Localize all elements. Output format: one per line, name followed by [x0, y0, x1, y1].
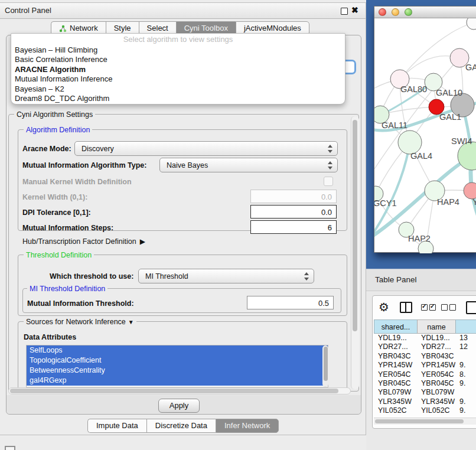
data-attribute-item[interactable]: gal4RGexp: [27, 376, 328, 386]
new-page-icon[interactable]: [466, 301, 476, 314]
settings-vertical-scrollbar[interactable]: [351, 116, 359, 389]
table-cell: YPR145W: [374, 361, 417, 370]
manual-kernel-checkbox[interactable]: [324, 177, 333, 186]
tab-label: Impute Data: [96, 421, 138, 430]
algorithm-option[interactable]: ARACNE Algorithm: [11, 65, 345, 74]
node-gal4[interactable]: [398, 131, 422, 154]
screen: GALGAL80GAL10GAL1GAL11SWI4GAL4GCY1HAP4YH…: [0, 0, 476, 450]
algorithm-option[interactable]: Bayesian – Hill Climbing: [11, 45, 345, 55]
algorithm-option[interactable]: Dream8 DC_TDC Algorithm: [11, 94, 345, 103]
dpi-tolerance-input[interactable]: 0.0: [250, 205, 337, 219]
table-cell: 12: [455, 343, 476, 351]
node-pink-right[interactable]: [464, 182, 476, 199]
attributes-vertical-scrollbar[interactable]: [322, 345, 328, 387]
table-panel-window: Table Panel ⚙ shared...name YDL19...YDL1…: [366, 269, 476, 450]
column-header[interactable]: [455, 319, 476, 334]
network-icon: [59, 25, 67, 32]
spinner-arrows-icon: [327, 144, 332, 154]
close-traffic-light-icon[interactable]: [379, 8, 386, 16]
table-cell: YDR27...: [374, 343, 417, 351]
table-row[interactable]: YDR27...YDR27...12: [374, 343, 476, 351]
data-attribute-item[interactable]: SelfLoops: [27, 345, 328, 356]
table-cell: YDL19...: [417, 334, 455, 343]
network-node-label: GAL80: [400, 84, 427, 94]
minimize-traffic-light-icon[interactable]: [392, 8, 399, 16]
table-row[interactable]: YBL079WYBL079W: [374, 388, 476, 397]
table-cell: [455, 352, 476, 361]
table-row[interactable]: YER054CYER054C8.: [374, 370, 476, 379]
tab-impute-data[interactable]: Impute Data: [87, 419, 146, 433]
algorithm-option[interactable]: Bayesian – K2: [11, 84, 345, 94]
node-top-clipped[interactable]: [467, 18, 476, 30]
table-row[interactable]: YLR345WYLR345W9.: [374, 397, 476, 406]
expanded-arrow-icon: ▼: [128, 319, 134, 325]
tab-infer-network[interactable]: Infer Network: [216, 419, 279, 433]
float-window-icon[interactable]: [341, 8, 348, 15]
table-row[interactable]: YDL19...YDL19...13: [374, 334, 476, 343]
node-swi4[interactable]: [458, 142, 476, 170]
data-attribute-item[interactable]: BetweennessCentrality: [27, 366, 328, 376]
algorithm-option[interactable]: Basic Correlation Inference: [11, 55, 345, 64]
network-node-label: HAP4: [437, 197, 459, 207]
table-body: YDL19...YDL19...13YDR27...YDR27...12YBR0…: [374, 334, 476, 416]
table-cell: YDL19...: [374, 334, 417, 343]
table-row[interactable]: YBR045CYBR045C9.: [374, 379, 476, 388]
data-attribute-item[interactable]: TopologicalCoefficient: [27, 356, 328, 366]
aracne-mode-select[interactable]: Discovery: [74, 141, 338, 156]
algorithm-option[interactable]: Mutual Information Inference: [11, 74, 345, 84]
scrollbar-thumb[interactable]: [353, 120, 357, 331]
kernel-width-input[interactable]: 0.0: [250, 190, 337, 203]
which-threshold-select[interactable]: MI Threshold: [138, 269, 314, 283]
table-horizontal-scrollbar[interactable]: [374, 418, 476, 425]
which-threshold-value: MI Threshold: [145, 272, 188, 281]
algorithm-definition-title: Algorithm Definition: [24, 126, 92, 134]
data-attributes-list[interactable]: SelfLoopsTopologicalCoefficientBetweenne…: [26, 345, 328, 387]
table-row[interactable]: YPR145WYPR145W9.: [374, 361, 476, 370]
network-node-label: GAL10: [436, 88, 462, 97]
mi-type-label: Mutual Information Algorithm Type:: [22, 161, 146, 169]
network-window-titlebar[interactable]: [374, 6, 476, 18]
checkbox-unchecked-icon[interactable]: [449, 304, 456, 311]
sources-title-label: Sources for Network Inference: [26, 318, 126, 326]
table-row[interactable]: YIL052CYIL052C9.: [374, 406, 476, 415]
table-cell: 8.: [455, 370, 476, 379]
close-icon[interactable]: ✖: [351, 5, 358, 15]
network-node-label: GAL11: [382, 120, 407, 130]
network-node-label: Y: [472, 197, 476, 207]
tab-discretize-data[interactable]: Discretize Data: [146, 419, 216, 433]
column-header[interactable]: shared...: [374, 319, 417, 334]
column-header[interactable]: name: [417, 319, 455, 334]
split-columns-icon[interactable]: [400, 302, 412, 313]
scrollbar-thumb[interactable]: [10, 389, 338, 393]
network-node-label: GCY1: [374, 198, 397, 208]
hub-definition-label: Hub/Transcription Factor Definition: [22, 237, 136, 246]
scrollbar-thumb[interactable]: [375, 419, 464, 423]
network-view-window[interactable]: GALGAL80GAL10GAL1GAL11SWI4GAL4GCY1HAP4YH…: [374, 6, 476, 253]
table-panel-title: Table Panel: [375, 275, 417, 284]
apply-button[interactable]: Apply: [158, 399, 200, 413]
spinner-arrows-icon: [327, 161, 332, 170]
table-card: ⚙ shared...name YDL19...YDL19...13YDR27.…: [372, 295, 476, 429]
table-cell: YER054C: [417, 370, 455, 379]
zoom-traffic-light-icon[interactable]: [405, 8, 412, 16]
hub-definition-toggle[interactable]: Hub/Transcription Factor Definition▶: [22, 237, 145, 246]
aracne-mode-value: Discovery: [81, 145, 114, 153]
kernel-width-label: Kernel Width (0,1):: [22, 193, 87, 201]
mi-type-select[interactable]: Naive Bayes: [159, 158, 338, 172]
checkbox-checked-icon[interactable]: [421, 304, 428, 311]
settings-group-title: Cyni Algorithm Settings: [14, 110, 95, 119]
mi-steps-input[interactable]: 6: [250, 220, 337, 234]
control-panel-window: Control Panel ✖ Network Style Select Cyn…: [0, 2, 366, 435]
checkbox-checked-icon[interactable]: [429, 304, 436, 311]
table-cell: YIL052C: [417, 406, 455, 415]
checkbox-unchecked-icon[interactable]: [441, 304, 448, 311]
mi-threshold-input[interactable]: 0.5: [247, 296, 334, 309]
minimized-panel-button[interactable]: [5, 446, 15, 450]
scrollbar-thumb[interactable]: [324, 347, 328, 381]
gear-icon[interactable]: ⚙: [379, 300, 389, 314]
table-cell: YIL052C: [374, 406, 417, 415]
settings-horizontal-scrollbar[interactable]: [8, 387, 351, 394]
network-canvas[interactable]: GALGAL80GAL10GAL1GAL11SWI4GAL4GCY1HAP4YH…: [374, 18, 476, 253]
sources-group-title[interactable]: Sources for Network Inference▼: [24, 318, 136, 326]
table-row[interactable]: YBR043CYBR043C: [374, 352, 476, 361]
